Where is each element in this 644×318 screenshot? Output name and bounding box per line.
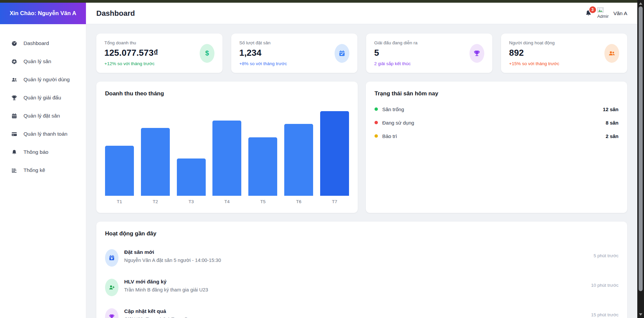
status-dot-icon — [375, 134, 378, 138]
sidebar-item[interactable]: Quản lý sân — [0, 52, 86, 71]
stat-delta: +12% so với tháng trước — [104, 61, 158, 66]
middle-row: Doanh thu theo tháng T1T2T3T4T5T6T7 Trạn… — [96, 82, 627, 213]
main-area: Dashboard 3 Admin Văn A — [86, 3, 637, 318]
calendar-plus-icon — [105, 249, 118, 267]
court-status-row: Bảo trì2 sân — [375, 129, 618, 143]
sidebar-item-label: Dashboard — [23, 40, 49, 46]
stat-card: Tổng doanh thu125.077.573₫+12% so với th… — [96, 34, 222, 73]
topbar: Dashboard 3 Admin Văn A — [86, 3, 637, 24]
bar-T7 — [320, 111, 349, 196]
activity-time: 5 phút trước — [594, 249, 618, 258]
sidebar-item[interactable]: Quản lý thanh toán — [0, 125, 86, 143]
stat-card-text: Người dùng hoạt động892+15% so với tháng… — [509, 40, 559, 66]
stat-delta: +8% so với tháng trước — [239, 61, 287, 66]
avatar-alt-text: Admin — [597, 14, 609, 19]
activity-time: 10 phút trước — [591, 279, 618, 288]
status-value: 8 sân — [606, 120, 618, 126]
sidebar-item-label: Quản lý thanh toán — [23, 131, 67, 137]
sidebar-item[interactable]: Quản lý người dùng — [0, 71, 86, 89]
court-status-list: Sân trống12 sânĐang sử dụng8 sânBảo trì2… — [375, 102, 618, 143]
court-status-row: Đang sử dụng8 sân — [375, 116, 618, 129]
scroll-up-arrow-icon[interactable] — [639, 2, 642, 5]
activity-time: 15 phút trước — [591, 308, 618, 317]
notifications-button[interactable]: 3 — [585, 9, 593, 17]
revenue-chart-card: Doanh thu theo tháng T1T2T3T4T5T6T7 — [96, 82, 358, 213]
bar-axis-label: T4 — [212, 199, 241, 204]
stat-label: Tổng doanh thu — [104, 40, 158, 45]
stat-value: 1,234 — [239, 48, 287, 58]
user-plus-icon — [105, 279, 118, 296]
status-label: Sân trống — [382, 106, 603, 112]
trophy-icon — [11, 94, 17, 101]
activity-item: HLV mới đăng kýTrần Minh B đăng ký tham … — [105, 279, 618, 296]
bar-axis-label: T6 — [284, 199, 313, 204]
court-status-row: Sân trống12 sân — [375, 102, 618, 116]
sidebar-item[interactable]: Quản lý đặt sân — [0, 107, 86, 125]
bar-axis-label: T3 — [177, 199, 206, 204]
bar-axis-label: T2 — [141, 199, 170, 204]
court-status-title: Trạng thái sân hôm nay — [375, 90, 618, 97]
activity-description: Trần Minh B đăng ký tham gia giải U23 — [124, 287, 585, 292]
bar-T3 — [177, 158, 206, 196]
calendar-icon — [11, 112, 17, 119]
stat-value: 125.077.573₫ — [104, 48, 158, 58]
activity-text: Cập nhật kết quảGiải U23: Team A 2-1 Tea… — [124, 308, 585, 318]
scroll-down-arrow-icon[interactable] — [639, 313, 642, 316]
status-dot-icon — [375, 121, 378, 124]
topbar-right: 3 Admin Văn A — [585, 7, 627, 19]
user-name: Văn A — [613, 10, 627, 16]
bar-T1 — [105, 146, 134, 196]
activity-title: HLV mới đăng ký — [124, 279, 585, 285]
activity-title: Đặt sân mới — [124, 249, 588, 255]
bar-axis-label: T1 — [105, 199, 134, 204]
avatar[interactable]: Admin — [597, 7, 609, 19]
broken-image-icon — [597, 7, 604, 13]
stat-card: Số lượt đặt sân1,234+8% so với tháng trư… — [231, 34, 357, 73]
soccer-icon — [11, 58, 17, 65]
sidebar-item[interactable]: Thống kê — [0, 161, 86, 179]
app-window: Xin Chào: Nguyễn Văn A DashboardQuản lý … — [0, 3, 637, 318]
sidebar-item[interactable]: Quản lý giải đấu — [0, 89, 86, 107]
sidebar: Xin Chào: Nguyễn Văn A DashboardQuản lý … — [0, 3, 86, 318]
users-icon — [11, 76, 17, 83]
scrollbar[interactable] — [637, 0, 644, 318]
users-icon — [604, 44, 619, 63]
stat-card-text: Tổng doanh thu125.077.573₫+12% so với th… — [104, 40, 158, 66]
credit-card-icon — [11, 131, 17, 137]
stat-delta: +15% so với tháng trước — [509, 61, 559, 66]
stat-label: Giải đấu đang diễn ra — [374, 40, 417, 45]
stat-card: Giải đấu đang diễn ra52 giải sắp kết thú… — [366, 34, 492, 73]
sidebar-item[interactable]: Dashboard — [0, 34, 86, 52]
stat-delta: 2 giải sắp kết thúc — [374, 61, 417, 66]
window-top-strip — [0, 0, 644, 3]
sidebar-item-label: Quản lý sân — [23, 58, 51, 64]
bar-T6 — [284, 124, 313, 196]
bar-T4 — [212, 121, 241, 196]
stat-label: Người dùng hoạt động — [509, 40, 559, 45]
status-dot-icon — [375, 107, 378, 111]
sidebar-item-label: Thống kê — [23, 167, 45, 173]
sidebar-item-label: Quản lý người dùng — [23, 77, 70, 83]
chart-title: Doanh thu theo tháng — [105, 90, 349, 97]
dashboard-content: Tổng doanh thu125.077.573₫+12% so với th… — [86, 24, 637, 318]
trophy-icon — [105, 308, 118, 318]
sidebar-nav: DashboardQuản lý sânQuản lý người dùngQu… — [0, 24, 86, 179]
dollar-icon: $ — [200, 44, 214, 63]
activity-description: Nguyễn Văn A đặt sân 5 người - 14:00-15:… — [124, 258, 588, 263]
scrollbar-thumb[interactable] — [639, 6, 643, 291]
stat-card-text: Số lượt đặt sân1,234+8% so với tháng trư… — [239, 40, 287, 66]
status-label: Đang sử dụng — [382, 120, 606, 126]
activity-text: HLV mới đăng kýTrần Minh B đăng ký tham … — [124, 279, 585, 292]
bar-chart — [105, 111, 349, 196]
page-title: Dashboard — [96, 9, 135, 18]
sidebar-item[interactable]: Thông báo — [0, 143, 86, 161]
bar-T5 — [248, 137, 277, 196]
recent-activity-card: Hoạt động gần đây Đặt sân mớiNguyễn Văn … — [96, 222, 627, 318]
status-value: 2 sân — [606, 133, 618, 139]
sidebar-greeting: Xin Chào: Nguyễn Văn A — [0, 3, 86, 24]
bell-icon — [11, 149, 17, 155]
sidebar-item-label: Quản lý đặt sân — [23, 113, 60, 119]
stat-label: Số lượt đặt sân — [239, 40, 287, 45]
trophy-icon — [469, 44, 484, 63]
bar-axis-label: T5 — [248, 199, 277, 204]
